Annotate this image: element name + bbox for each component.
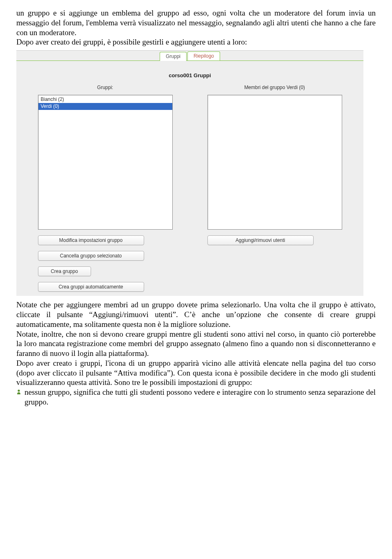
tab-riepilogo-link[interactable]: Riepilogo bbox=[194, 53, 214, 59]
page-title: corso001 Gruppi bbox=[16, 61, 363, 83]
add-remove-users-button[interactable]: Aggiungi/rimuovi utenti bbox=[207, 235, 314, 245]
tab-gruppi[interactable]: Gruppi bbox=[160, 52, 187, 61]
paragraph-intro-2: Dopo aver creato dei gruppi, è possibile… bbox=[16, 37, 376, 47]
groups-listbox[interactable]: Bianchi (2) Verdi (0) bbox=[38, 95, 173, 230]
groups-label: Gruppi: bbox=[97, 85, 113, 91]
paragraph-intro-1: un gruppo e si aggiunge un emblema del g… bbox=[16, 8, 376, 37]
delete-selected-group-button[interactable]: Cancella gruppo selezionato bbox=[38, 251, 144, 261]
paragraph-note-3: Dopo aver creato i gruppi, l'icona di un… bbox=[16, 358, 376, 387]
members-listbox[interactable] bbox=[207, 95, 342, 230]
bullet-text: nessun gruppo, significa che tutti gli s… bbox=[24, 387, 376, 407]
svg-point-0 bbox=[18, 389, 20, 391]
paragraph-note-1: Notate che per aggiungere membri ad un g… bbox=[16, 300, 376, 329]
paragraph-note-2: Notate, inoltre, che non si devono crear… bbox=[16, 329, 376, 358]
create-group-button[interactable]: Crea gruppo bbox=[38, 266, 91, 276]
members-label: Membri del gruppo Verdi (0) bbox=[244, 85, 305, 91]
groups-ui-screenshot: Gruppi Riepilogo corso001 Gruppi Gruppi:… bbox=[16, 50, 363, 296]
list-item[interactable]: Bianchi (2) bbox=[38, 96, 172, 103]
create-groups-auto-button[interactable]: Crea gruppi automaticamente bbox=[38, 282, 144, 292]
person-icon bbox=[16, 389, 21, 395]
bullet-row-nessun-gruppo: nessun gruppo, significa che tutti gli s… bbox=[16, 387, 376, 407]
tabs-bar: Gruppi Riepilogo bbox=[16, 51, 363, 61]
members-column: Membri del gruppo Verdi (0) Aggiungi/rim… bbox=[198, 85, 351, 292]
edit-group-settings-button[interactable]: Modifica impostazioni gruppo bbox=[38, 235, 144, 245]
list-item[interactable]: Verdi (0) bbox=[38, 103, 172, 110]
groups-column: Gruppi: Bianchi (2) Verdi (0) Modifica i… bbox=[29, 85, 182, 292]
tab-riepilogo[interactable]: Riepilogo bbox=[187, 51, 220, 60]
